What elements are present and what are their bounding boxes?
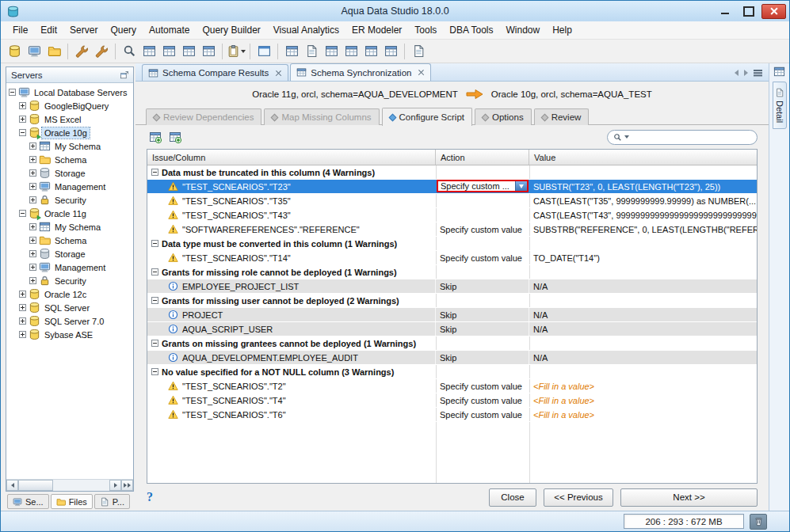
paste-sql-icon[interactable] bbox=[227, 42, 246, 61]
wizard-tab-options[interactable]: Options bbox=[475, 108, 532, 125]
new-window-icon[interactable] bbox=[254, 42, 273, 61]
tree-expand-icon[interactable] bbox=[29, 223, 36, 230]
action-cell[interactable]: Skip bbox=[436, 308, 529, 321]
menu-window[interactable]: Window bbox=[500, 23, 547, 37]
undock-panel-icon[interactable] bbox=[120, 70, 129, 80]
doc-tab-schema-synchronization[interactable]: Schema Synchronization bbox=[290, 63, 431, 81]
tree-expand-icon[interactable] bbox=[29, 183, 36, 190]
tree-item-storage[interactable]: Storage bbox=[6, 166, 133, 180]
maximize-button[interactable] bbox=[738, 4, 759, 19]
tree-expand-icon[interactable] bbox=[19, 331, 26, 338]
tree-item-security[interactable]: Security bbox=[6, 193, 133, 207]
next-tab-icon[interactable] bbox=[744, 70, 748, 76]
tree-item-storage[interactable]: Storage bbox=[6, 247, 133, 260]
tree-collapse-icon[interactable] bbox=[9, 89, 16, 96]
button-previous[interactable]: << Previous bbox=[544, 488, 613, 507]
menu-file[interactable]: File bbox=[6, 23, 34, 37]
collapse-all-icon[interactable] bbox=[166, 128, 184, 146]
action-cell[interactable]: Specify custom value bbox=[436, 251, 529, 264]
tree-item-sql-server[interactable]: SQL Server bbox=[6, 301, 133, 314]
table-data-icon[interactable] bbox=[159, 42, 178, 61]
tree-expand-icon[interactable] bbox=[29, 237, 36, 244]
menu-automate[interactable]: Automate bbox=[143, 23, 196, 37]
menu-query[interactable]: Query bbox=[104, 23, 143, 37]
group-collapse-icon[interactable] bbox=[151, 297, 158, 304]
query-window-icon[interactable] bbox=[139, 42, 158, 61]
column-header-action[interactable]: Action bbox=[436, 150, 529, 165]
tree-item-schema[interactable]: Schema bbox=[6, 153, 133, 166]
action-cell[interactable]: Specify custom value bbox=[436, 222, 529, 236]
button-close[interactable]: Close bbox=[489, 488, 536, 507]
tab-close-icon[interactable] bbox=[418, 69, 425, 76]
tree-item-local-database-servers[interactable]: Local Database Servers bbox=[6, 86, 133, 99]
issue-group-row[interactable]: Data type must be converted in this colu… bbox=[147, 237, 757, 251]
tree-item-ms-excel[interactable]: MS Excel bbox=[6, 112, 133, 126]
server-registration-icon[interactable] bbox=[25, 42, 44, 61]
issue-row[interactable]: "TEST_SCNEARIOS"."T14"Specify custom val… bbox=[147, 251, 757, 265]
tree-expand-icon[interactable] bbox=[29, 142, 36, 150]
search-options-caret-icon[interactable] bbox=[624, 135, 629, 139]
tree-horizontal-scrollbar[interactable] bbox=[6, 479, 133, 491]
action-combobox[interactable]: Specify custom ... bbox=[437, 180, 529, 192]
previous-tab-icon[interactable] bbox=[735, 70, 738, 76]
tree-item-schema[interactable]: Schema bbox=[6, 234, 133, 247]
issue-group-row[interactable]: No value specified for a NOT NULL column… bbox=[147, 365, 757, 379]
menu-dba-tools[interactable]: DBA Tools bbox=[443, 23, 499, 37]
tree-expand-icon[interactable] bbox=[19, 116, 26, 123]
panel-tab-files[interactable]: Files bbox=[51, 494, 93, 509]
form-view-icon[interactable] bbox=[342, 42, 361, 61]
search-input[interactable] bbox=[632, 132, 751, 142]
tab-list-icon[interactable] bbox=[754, 69, 762, 77]
tree-expand-icon[interactable] bbox=[19, 304, 26, 311]
issue-row[interactable]: AQUA_DEVELOPMENT.EMPLOYEE_AUDITSkipN/A bbox=[147, 351, 757, 365]
tree-item-my-schema[interactable]: My Schema bbox=[6, 220, 133, 234]
tree-expand-icon[interactable] bbox=[19, 291, 26, 298]
tree-item-management[interactable]: Management bbox=[6, 180, 133, 193]
detach-tab-icon[interactable] bbox=[409, 42, 428, 61]
button-next[interactable]: Next >> bbox=[620, 488, 758, 507]
tree-expand-icon[interactable] bbox=[29, 196, 36, 203]
wizard-tab-review[interactable]: Review bbox=[534, 108, 590, 125]
panel-tab-se[interactable]: Se... bbox=[7, 494, 49, 509]
tree-item-sybase-ase[interactable]: Sybase ASE bbox=[6, 328, 133, 341]
tree-item-management[interactable]: Management bbox=[6, 260, 133, 274]
issue-row[interactable]: "TEST_SCNEARIOS"."T4"Specify custom valu… bbox=[147, 393, 757, 408]
grid-results-icon[interactable] bbox=[282, 42, 301, 61]
issue-group-row[interactable]: Grants on missing grantees cannot be dep… bbox=[147, 336, 757, 351]
filter-results-icon[interactable] bbox=[381, 42, 400, 61]
expand-all-icon[interactable] bbox=[147, 128, 164, 146]
action-cell[interactable] bbox=[436, 194, 529, 207]
group-collapse-icon[interactable] bbox=[151, 340, 158, 347]
group-collapse-icon[interactable] bbox=[151, 268, 158, 276]
memory-usage[interactable]: 206 : 293 : 672 MB bbox=[624, 514, 744, 529]
issue-row[interactable]: "TEST_SCNEARIOS"."T2"Specify custom valu… bbox=[147, 379, 757, 393]
detail-tab[interactable]: Detail bbox=[773, 82, 787, 129]
procedure-editor-icon[interactable] bbox=[199, 42, 218, 61]
column-header-issue[interactable]: Issue/Column bbox=[147, 150, 436, 165]
menu-tools[interactable]: Tools bbox=[408, 23, 443, 37]
column-header-value[interactable]: Value bbox=[529, 150, 757, 165]
issue-row[interactable]: PROJECTSkipN/A bbox=[147, 308, 757, 322]
help-button[interactable]: ? bbox=[147, 490, 153, 504]
issue-row[interactable]: EMPLOYEE_PROJECT_LISTSkipN/A bbox=[147, 279, 757, 294]
minimize-button[interactable] bbox=[714, 4, 735, 19]
tree-item-oracle-12c[interactable]: Oracle 12c bbox=[6, 287, 133, 301]
combobox-arrow-icon[interactable] bbox=[515, 181, 527, 191]
menu-er-modeler[interactable]: ER Modeler bbox=[345, 23, 408, 37]
tree-expand-icon[interactable] bbox=[19, 317, 26, 325]
issue-row[interactable]: AQUA_SCRIPT_USERSkipN/A bbox=[147, 322, 757, 336]
group-collapse-icon[interactable] bbox=[151, 368, 158, 375]
tree-expand-icon[interactable] bbox=[29, 250, 36, 257]
tree-expand-icon[interactable] bbox=[29, 277, 36, 284]
action-cell[interactable]: Specify custom value bbox=[436, 379, 529, 393]
wizard-tab-configure-script[interactable]: Configure Script bbox=[382, 108, 472, 126]
search-box[interactable] bbox=[607, 130, 758, 145]
tree-expand-icon[interactable] bbox=[19, 102, 26, 109]
action-cell[interactable]: Specify custom value bbox=[436, 393, 529, 407]
garbage-collect-button[interactable] bbox=[750, 514, 767, 530]
group-collapse-icon[interactable] bbox=[151, 240, 158, 247]
tree-item-googlebigquery[interactable]: GoogleBigQuery bbox=[6, 99, 133, 112]
scrollbar-track[interactable] bbox=[18, 480, 109, 491]
scroll-right-button[interactable] bbox=[109, 480, 121, 491]
issue-row[interactable]: "TEST_SCNEARIOS"."T6"Specify custom valu… bbox=[147, 408, 757, 422]
